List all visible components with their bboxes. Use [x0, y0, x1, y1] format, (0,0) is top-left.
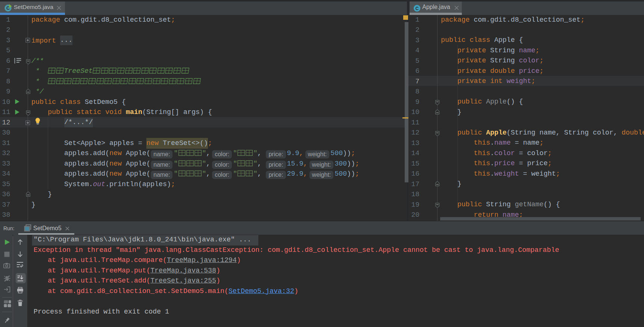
- svg-text:C: C: [416, 6, 419, 11]
